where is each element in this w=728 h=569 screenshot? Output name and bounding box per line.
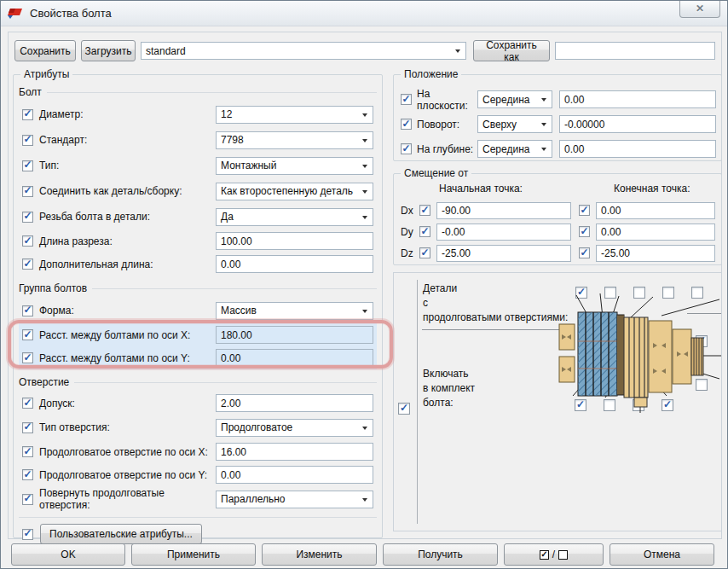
hole-type-value: Продолговатое	[221, 421, 292, 433]
bolt-dist-x-input[interactable]	[216, 326, 373, 344]
tolerance-checkbox[interactable]	[22, 398, 33, 409]
position-group: Положение На плоскости: Середина Поворот…	[393, 74, 722, 161]
parts-master-checkbox[interactable]	[398, 403, 410, 415]
at-depth-input[interactable]	[559, 140, 716, 158]
hole-type-select[interactable]: Продолговатое	[216, 419, 373, 437]
bolt-type-checkbox[interactable]	[22, 160, 33, 171]
thread-value: Да	[221, 211, 234, 223]
load-button[interactable]: Загрузить	[81, 40, 136, 61]
rotation-combo-value: Сверху	[482, 119, 517, 131]
standard-select[interactable]: 7798	[216, 131, 373, 149]
bolt-section-title: Болт	[19, 86, 42, 98]
bolt-dist-y-checkbox[interactable]	[22, 352, 33, 363]
dy-start-checkbox[interactable]	[419, 226, 430, 237]
save-as-input[interactable]	[555, 42, 715, 60]
include-label-line1: Включать	[423, 367, 475, 381]
on-plane-select[interactable]: Середина	[477, 90, 552, 108]
chevron-down-icon	[455, 49, 460, 53]
attr-row-shape: Форма: Массив	[19, 298, 377, 323]
get-button[interactable]: Получить	[383, 543, 498, 566]
apply-button[interactable]: Применить	[131, 543, 256, 566]
on-plane-checkbox[interactable]	[401, 94, 412, 105]
connect-as-checkbox[interactable]	[22, 186, 33, 197]
slotted-parts-label-line3: продолговатыми отверстиями:	[423, 311, 568, 325]
dz-start-checkbox[interactable]	[419, 247, 430, 258]
rotation-select[interactable]: Сверху	[477, 115, 552, 133]
include-label-line3: болта:	[423, 396, 475, 410]
bolt-parts-panel: Детали с продолговатыми отверстиями: Вкл…	[393, 272, 722, 531]
slot-y-checkbox[interactable]	[22, 469, 33, 480]
dy-end-checkbox[interactable]	[579, 226, 590, 237]
diameter-label: Диаметр:	[39, 108, 216, 120]
shape-select[interactable]: Массив	[216, 302, 373, 320]
bolt-dist-y-label: Расст. между болтами по оси Y:	[39, 352, 216, 364]
position-row-on-plane: На плоскости: Середина	[399, 87, 716, 112]
on-plane-input[interactable]	[559, 90, 716, 108]
save-label: Сохранить	[20, 45, 71, 57]
offset-row-dx: Dx	[401, 200, 716, 221]
bolt-dist-x-checkbox[interactable]	[22, 329, 33, 340]
rotation-input[interactable]	[559, 115, 716, 133]
dz-start-input[interactable]	[436, 245, 571, 262]
standard-value: 7798	[221, 134, 244, 146]
shape-checkbox[interactable]	[22, 305, 33, 316]
diameter-value: 12	[221, 108, 232, 120]
user-attributes-button[interactable]: Пользовательские атрибуты...	[40, 524, 202, 544]
extra-length-input[interactable]	[216, 255, 373, 273]
toggle-all-button[interactable]: /	[504, 543, 604, 566]
dx-start-input[interactable]	[436, 202, 571, 219]
save-as-button[interactable]: Сохранить как	[473, 40, 550, 61]
dz-end-checkbox[interactable]	[579, 247, 590, 258]
user-attributes-checkbox[interactable]	[22, 529, 33, 540]
attr-row-slot-y: Продолговатое отверстие по оси Y:	[19, 463, 377, 486]
profile-value: standard	[146, 45, 186, 57]
diameter-checkbox[interactable]	[22, 109, 33, 120]
hole-type-checkbox[interactable]	[22, 422, 33, 433]
diameter-select[interactable]: 12	[216, 106, 373, 124]
slotted-parts-label-line1: Детали	[423, 282, 568, 296]
modify-button[interactable]: Изменить	[262, 543, 377, 566]
tolerance-input[interactable]	[216, 394, 373, 412]
bolt-dist-y-input[interactable]	[216, 349, 373, 367]
extra-length-checkbox[interactable]	[22, 258, 33, 270]
thread-checkbox[interactable]	[22, 212, 33, 223]
user-attributes-row: Пользовательские атрибуты...	[19, 524, 377, 544]
cut-length-label: Длина разреза:	[39, 235, 216, 247]
dx-end-input[interactable]	[596, 202, 715, 219]
rotation-checkbox[interactable]	[401, 119, 412, 130]
chevron-down-icon	[362, 216, 367, 219]
cancel-button[interactable]: Отмена	[610, 543, 714, 566]
thread-select[interactable]: Да	[216, 208, 373, 226]
slot-x-input[interactable]	[216, 443, 373, 461]
bolt-section-header: Болт	[19, 85, 377, 99]
save-button[interactable]: Сохранить	[14, 40, 76, 61]
at-depth-select[interactable]: Середина	[477, 140, 552, 158]
at-depth-checkbox[interactable]	[401, 143, 412, 154]
close-button[interactable]: ✕	[679, 0, 720, 18]
rotate-slots-checkbox[interactable]	[22, 494, 33, 505]
profile-select[interactable]: standard	[141, 42, 466, 60]
cut-length-checkbox[interactable]	[22, 235, 33, 247]
standard-checkbox[interactable]	[22, 135, 33, 146]
offset-row-dy: Dy	[401, 221, 716, 242]
get-label: Получить	[418, 549, 463, 560]
dx-start-checkbox[interactable]	[419, 205, 430, 216]
rotate-slots-select[interactable]: Параллельно	[216, 491, 373, 508]
user-attributes-label: Пользовательские атрибуты...	[49, 528, 193, 540]
slot-x-checkbox[interactable]	[22, 446, 33, 457]
dy-start-input[interactable]	[436, 224, 571, 241]
slot-y-input[interactable]	[216, 466, 373, 484]
standard-label: Стандарт:	[39, 134, 216, 146]
connect-as-select[interactable]: Как второстепенную деталь	[216, 183, 373, 200]
slot-y-label: Продолговатое отверстие по оси Y:	[39, 469, 216, 481]
bolt-type-select[interactable]: Монтажный	[216, 157, 373, 175]
cut-length-input[interactable]	[216, 232, 373, 250]
ok-button[interactable]: OK	[11, 543, 125, 566]
dz-end-input[interactable]	[596, 245, 715, 262]
dx-end-checkbox[interactable]	[579, 205, 590, 216]
title-bar[interactable]: Свойства болта ✕	[1, 1, 727, 26]
slotted-parts-label-line2: с	[423, 296, 568, 311]
checked-box-icon	[540, 550, 549, 560]
dy-end-input[interactable]	[596, 224, 715, 241]
extra-length-label: Дополнительная длина:	[39, 258, 216, 270]
